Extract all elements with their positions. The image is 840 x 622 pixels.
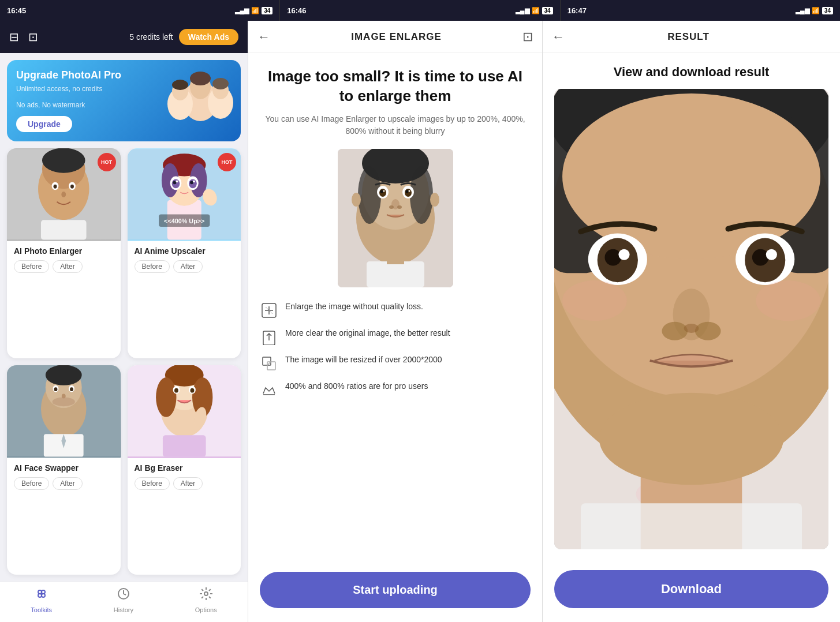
after-btn-4[interactable]: After [173, 477, 203, 490]
upgrade-title: Upgrade PhotoAI Pro [16, 69, 121, 81]
status-icons-2: ▂▄▆ 📶 34 [516, 7, 553, 14]
svg-point-78 [405, 190, 408, 193]
svg-point-111 [604, 249, 621, 266]
tool-title-1: AI Photo Enlarger [14, 246, 114, 256]
tool-image-face-swapper [7, 365, 121, 458]
sample-face-svg [338, 149, 453, 287]
start-upload-button[interactable]: Start uploading [260, 572, 531, 608]
time-3: 16:47 [568, 6, 587, 15]
right-bottom: Download [543, 570, 840, 622]
left-panel: ⊟ ⊡ 5 credits left Watch Ads Upgrade Pho… [0, 21, 248, 622]
status-bar-1: 16:45 ▂▄▆ 📶 34 [0, 0, 280, 21]
svg-point-76 [405, 189, 412, 197]
tools-grid: HOT AI Photo Enlarger Before After [0, 148, 248, 582]
svg-point-116 [766, 249, 777, 260]
svg-rect-87 [387, 250, 404, 264]
svg-point-7 [172, 80, 188, 90]
svg-point-52 [156, 377, 176, 417]
back-button-right[interactable]: ← [552, 29, 565, 44]
status-bar-3: 16:47 ▂▄▆ 📶 34 [561, 0, 840, 21]
resize-icon [260, 354, 278, 373]
toolkits-icon [35, 587, 48, 604]
download-button[interactable]: Download [554, 570, 828, 608]
feature-text-3: The image will be resized if over 2000*2… [285, 354, 442, 366]
svg-rect-126 [581, 503, 802, 549]
nav-item-toolkits[interactable]: Toolkits [31, 587, 52, 613]
enlarge-main-title: Image too small? It is time to use AI to… [260, 67, 531, 106]
status-bars: 16:45 ▂▄▆ 📶 34 16:46 ▂▄▆ 📶 34 16:47 ▂▄▆ … [0, 0, 840, 21]
upgrade-image [154, 60, 241, 141]
tool-title-4: AI Bg Eraser [135, 463, 234, 473]
back-button-middle[interactable]: ← [257, 29, 270, 44]
svg-point-108 [562, 93, 820, 259]
right-header: ← RESULT [543, 21, 840, 53]
svg-point-42 [54, 387, 58, 391]
signal-icon-2: ▂▄▆ [516, 7, 529, 14]
tool-title-2: AI Anime Upscaler [135, 246, 234, 256]
before-btn-3[interactable]: Before [14, 477, 49, 490]
hot-badge-1: HOT [98, 153, 116, 171]
history-icon [117, 587, 130, 604]
time-2: 16:46 [287, 6, 306, 15]
before-btn-4[interactable]: Before [135, 477, 170, 490]
feature-item-2: More clear the original image, the bette… [260, 328, 531, 346]
result-title: View and download result [554, 65, 828, 80]
feature-text-1: Enlarge the image without quality loss. [285, 301, 423, 313]
before-btn-1[interactable]: Before [14, 260, 49, 273]
nav-item-options[interactable]: Options [195, 587, 217, 613]
bottom-nav: Toolkits History Options [0, 582, 248, 622]
tool-card-photo-enlarger[interactable]: HOT AI Photo Enlarger Before After [7, 148, 121, 358]
before-after-3: Before After [14, 477, 114, 490]
nav-label-toolkits: Toolkits [31, 606, 52, 613]
nav-item-history[interactable]: History [114, 587, 133, 613]
svg-point-65 [204, 592, 208, 595]
svg-point-119 [695, 322, 721, 340]
options-icon [199, 587, 213, 604]
crown-icon [260, 381, 278, 399]
nav-label-options: Options [195, 606, 217, 613]
upgrade-button[interactable]: Upgrade [16, 116, 72, 132]
svg-point-85 [430, 193, 439, 207]
time-1: 16:45 [7, 6, 26, 15]
tool-card-info-1: AI Photo Enlarger Before After [7, 241, 121, 279]
after-btn-2[interactable]: After [173, 260, 203, 273]
watch-ads-button[interactable]: Watch Ads [179, 29, 238, 45]
crop-icon[interactable]: ⊡ [522, 29, 533, 44]
nav-label-history: History [114, 606, 133, 613]
middle-panel: ← IMAGE ENLARGE ⊡ Image too small? It is… [248, 21, 543, 622]
svg-point-120 [684, 324, 699, 333]
before-btn-2[interactable]: Before [135, 260, 170, 273]
status-icons-3: ▂▄▆ 📶 34 [796, 7, 833, 14]
tool-card-bg-eraser[interactable]: AI Bg Eraser Before After [128, 365, 241, 575]
svg-point-75 [379, 189, 386, 197]
svg-point-12 [42, 148, 85, 173]
tool-card-info-4: AI Bg Eraser Before After [128, 458, 241, 496]
tool-card-face-swapper[interactable]: AI Face Swapper Before After [7, 365, 121, 575]
svg-point-56 [174, 388, 178, 392]
wifi-icon-1: 📶 [251, 7, 259, 14]
svg-point-82 [389, 205, 394, 209]
scan-icon[interactable]: ⊡ [28, 30, 38, 44]
feature-item-4: 400% and 800% ratios are for pro users [260, 381, 531, 399]
svg-point-72 [410, 166, 433, 224]
svg-point-31 [176, 180, 178, 182]
svg-point-80 [408, 190, 410, 192]
result-face-svg [554, 89, 828, 549]
svg-point-112 [618, 249, 629, 260]
result-image [554, 89, 828, 549]
svg-point-57 [190, 388, 194, 392]
left-header: ⊟ ⊡ 5 credits left Watch Ads [0, 21, 248, 53]
right-header-title: RESULT [667, 31, 710, 43]
tool-card-anime-upscaler[interactable]: <<400% Up>> HOT AI Anime Upscaler Before… [128, 148, 241, 358]
enlarge-quality-icon [260, 301, 278, 320]
svg-point-115 [752, 249, 769, 266]
battery-2: 34 [542, 7, 553, 14]
svg-point-83 [397, 205, 402, 209]
menu-icon[interactable]: ⊟ [9, 30, 19, 44]
after-btn-3[interactable]: After [53, 477, 82, 490]
after-btn-1[interactable]: After [53, 260, 82, 273]
left-header-icons: ⊟ ⊡ [9, 30, 38, 44]
svg-point-39 [46, 365, 82, 385]
svg-point-121 [562, 280, 627, 321]
svg-point-15 [54, 185, 57, 189]
